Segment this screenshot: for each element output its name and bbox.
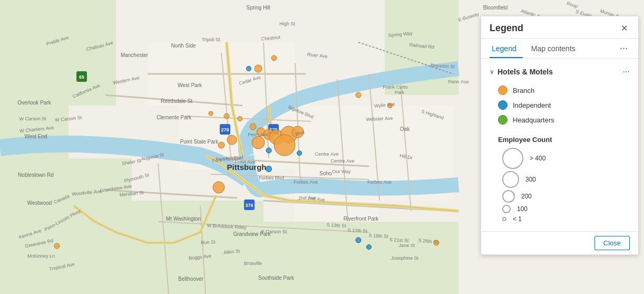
size-circle: [502, 217, 506, 221]
close-button[interactable]: Close: [594, 236, 630, 250]
legend-panel: Legend ✕ Legend Map contents ··· ∨ Hotel…: [481, 16, 639, 255]
legend-tabs: Legend Map contents ···: [481, 39, 638, 59]
list-item: Branch: [498, 83, 630, 98]
size-label: 100: [517, 205, 528, 213]
tab-map-contents[interactable]: Map contents: [529, 39, 582, 58]
list-item: > 400: [502, 148, 630, 169]
branch-label: Branch: [513, 87, 534, 94]
branch-color-swatch: [498, 86, 508, 95]
independent-label: Independent: [513, 101, 551, 109]
legend-section-header: ∨ Hotels & Motels ···: [481, 63, 638, 81]
legend-section-title: Hotels & Motels: [497, 68, 620, 76]
list-item: 200: [502, 190, 630, 203]
size-circle: [502, 190, 515, 203]
list-item: Independent: [498, 98, 630, 112]
independent-color-swatch: [498, 100, 508, 110]
legend-title: Legend: [490, 23, 523, 34]
size-circle: [502, 171, 519, 188]
headquarters-label: Headquarters: [513, 116, 554, 124]
list-item: < 1: [502, 215, 630, 223]
size-circle: [502, 205, 511, 213]
size-label: > 400: [530, 155, 545, 162]
size-items: > 400300200100< 1: [498, 148, 630, 223]
legend-footer: Close: [481, 231, 638, 254]
legend-tabs-more[interactable]: ···: [618, 39, 630, 58]
legend-header: Legend ✕: [481, 16, 638, 39]
chevron-down-icon[interactable]: ∨: [490, 68, 494, 75]
legend-close-button[interactable]: ✕: [619, 23, 630, 34]
size-label: 200: [521, 193, 532, 200]
legend-section-more[interactable]: ···: [623, 67, 630, 77]
size-circle: [502, 148, 523, 169]
list-item: Headquarters: [498, 112, 630, 127]
legend-body[interactable]: ∨ Hotels & Motels ··· Branch Independent…: [481, 59, 638, 231]
size-label: < 1: [513, 215, 522, 223]
size-section-title: Employee Count: [498, 136, 630, 144]
list-item: 100: [502, 205, 630, 213]
map-container: Legend ✕ Legend Map contents ··· ∨ Hotel…: [0, 0, 644, 294]
list-item: 300: [502, 171, 630, 188]
legend-items: Branch Independent Headquarters: [481, 81, 638, 131]
tab-legend[interactable]: Legend: [490, 39, 523, 58]
size-label: 300: [525, 176, 536, 183]
headquarters-color-swatch: [498, 115, 508, 125]
legend-size-section: Employee Count > 400300200100< 1: [481, 131, 638, 227]
